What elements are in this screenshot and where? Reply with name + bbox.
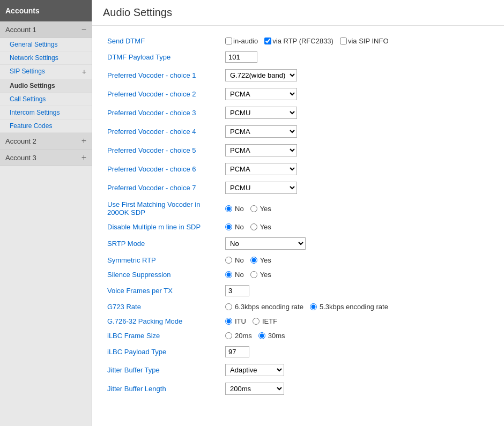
first-matching-no-option[interactable]: No	[225, 205, 244, 213]
silence-suppression-yes-option[interactable]: Yes	[250, 271, 271, 279]
g723-6-3kbps-radio[interactable]	[225, 303, 232, 310]
sidebar-account1[interactable]: Account 1 −	[0, 21, 92, 38]
dtmf-payload-value	[221, 48, 493, 66]
sidebar-item-general-settings[interactable]: General Settings	[0, 38, 92, 51]
vocoder7-value: PCMU PCMA G.722(wide band) G.729	[221, 178, 493, 197]
first-matching-no-radio[interactable]	[225, 205, 232, 212]
silence-suppression-no-radio[interactable]	[225, 271, 232, 278]
disable-m-no-option[interactable]: No	[225, 223, 244, 231]
ilbc-payload-value	[221, 343, 493, 361]
sidebar-account2-expand-icon: +	[81, 136, 86, 146]
symmetric-rtp-no-radio[interactable]	[225, 257, 232, 264]
disable-m-yes-radio[interactable]	[250, 223, 257, 230]
vocoder3-label: Preferred Vocoder - choice 3	[103, 103, 221, 122]
dtmf-in-audio-checkbox[interactable]	[225, 38, 232, 44]
g723-5-3kbps-radio[interactable]	[310, 303, 317, 310]
sidebar-item-network-settings[interactable]: Network Settings	[0, 51, 92, 65]
symmetric-rtp-value: No Yes	[221, 253, 493, 267]
ilbc-payload-label: iLBC Payload Type	[103, 343, 221, 361]
page-title: Audio Settings	[92, 0, 504, 26]
silence-suppression-row: Silence Suppression No Yes	[103, 267, 493, 282]
vocoder6-row: Preferred Vocoder - choice 6 PCMA PCMU G…	[103, 160, 493, 178]
ilbc-payload-input[interactable]	[225, 346, 249, 357]
vocoder4-select[interactable]: PCMA PCMU G.722(wide band) G.729	[225, 125, 297, 138]
jitter-buffer-length-select[interactable]: 50ms 100ms 150ms 200ms 250ms 300ms	[225, 383, 284, 395]
g723-6-3kbps-option[interactable]: 6.3kbps encoding rate	[225, 303, 303, 311]
dtmf-sip-checkbox[interactable]	[340, 38, 347, 44]
symmetric-rtp-yes-option[interactable]: Yes	[250, 256, 271, 264]
jitter-buffer-type-select[interactable]: Adaptive Fixed	[225, 364, 284, 376]
g726-ietf-option[interactable]: IETF	[253, 317, 277, 325]
jitter-buffer-type-row: Jitter Buffer Type Adaptive Fixed	[103, 361, 493, 379]
dtmf-payload-row: DTMF Payload Type	[103, 48, 493, 66]
disable-m-yes-option[interactable]: Yes	[250, 223, 271, 231]
ilbc-20ms-radio[interactable]	[225, 332, 232, 339]
vocoder1-label: Preferred Vocoder - choice 1	[103, 66, 221, 85]
disable-m-no-radio[interactable]	[225, 223, 232, 230]
voice-frames-value	[221, 282, 493, 300]
sidebar-account2[interactable]: Account 2 +	[0, 133, 92, 150]
symmetric-rtp-label: Symmetric RTP	[103, 253, 221, 267]
ilbc-frame-size-value: 20ms 30ms	[221, 328, 493, 343]
sidebar-account3[interactable]: Account 3 +	[0, 150, 92, 166]
ilbc-payload-row: iLBC Payload Type	[103, 343, 493, 361]
vocoder1-row: Preferred Vocoder - choice 1 G.722(wide …	[103, 66, 493, 85]
vocoder5-select[interactable]: PCMA PCMU G.722(wide band) G.729	[225, 144, 297, 156]
vocoder7-label: Preferred Vocoder - choice 7	[103, 178, 221, 197]
sidebar-item-intercom-settings[interactable]: Intercom Settings	[0, 106, 92, 119]
sidebar-item-audio-settings[interactable]: Audio Settings	[0, 79, 92, 93]
vocoder6-label: Preferred Vocoder - choice 6	[103, 160, 221, 178]
symmetric-rtp-no-option[interactable]: No	[225, 256, 244, 264]
jitter-buffer-length-value: 50ms 100ms 150ms 200ms 250ms 300ms	[221, 379, 493, 398]
vocoder7-row: Preferred Vocoder - choice 7 PCMU PCMA G…	[103, 178, 493, 197]
dtmf-sip-option[interactable]: via SIP INFO	[340, 37, 389, 45]
vocoder6-select[interactable]: PCMA PCMU G.722(wide band) G.729	[225, 163, 297, 175]
silence-suppression-yes-radio[interactable]	[250, 271, 257, 278]
vocoder5-value: PCMA PCMU G.722(wide band) G.729	[221, 141, 493, 160]
symmetric-rtp-yes-radio[interactable]	[250, 257, 257, 264]
vocoder2-label: Preferred Vocoder - choice 2	[103, 85, 221, 103]
srtp-mode-value: No Prefer Require	[221, 234, 493, 253]
dtmf-rtp-checkbox[interactable]	[264, 38, 271, 44]
first-matching-yes-option[interactable]: Yes	[250, 205, 271, 213]
g726-itu-radio[interactable]	[225, 318, 232, 325]
send-dtmf-label: Send DTMF	[103, 34, 221, 48]
sidebar-account2-label: Account 2	[5, 137, 36, 145]
vocoder1-value: G.722(wide band) PCMA PCMU G.729	[221, 66, 493, 85]
dtmf-rtp-option[interactable]: via RTP (RFC2833)	[264, 37, 333, 45]
first-matching-yes-radio[interactable]	[250, 205, 257, 212]
voice-frames-input[interactable]	[225, 285, 249, 296]
send-dtmf-row: Send DTMF in-audio via RTP (RFC2833) via…	[103, 34, 493, 48]
sidebar-item-sip-settings[interactable]: SIP Settings +	[0, 65, 92, 79]
srtp-mode-select[interactable]: No Prefer Require	[225, 237, 306, 250]
jitter-buffer-type-value: Adaptive Fixed	[221, 361, 493, 379]
ilbc-30ms-option[interactable]: 30ms	[258, 332, 285, 340]
vocoder2-row: Preferred Vocoder - choice 2 PCMA PCMU G…	[103, 85, 493, 103]
g723-rate-row: G723 Rate 6.3kbps encoding rate 5.3kbps …	[103, 300, 493, 314]
dtmf-payload-input[interactable]	[225, 51, 257, 63]
g726-ietf-radio[interactable]	[253, 318, 260, 325]
ilbc-30ms-radio[interactable]	[258, 332, 265, 339]
sidebar-item-call-settings[interactable]: Call Settings	[0, 93, 92, 106]
main-content: Audio Settings Send DTMF in-audio via RT…	[92, 0, 504, 426]
sip-settings-plus-icon: +	[82, 68, 86, 76]
symmetric-rtp-row: Symmetric RTP No Yes	[103, 253, 493, 267]
dtmf-in-audio-option[interactable]: in-audio	[225, 37, 258, 45]
vocoder1-select[interactable]: G.722(wide band) PCMA PCMU G.729	[225, 69, 297, 81]
g726-itu-option[interactable]: ITU	[225, 317, 246, 325]
vocoder3-select[interactable]: PCMU PCMA G.722(wide band) G.729	[225, 107, 297, 119]
silence-suppression-no-option[interactable]: No	[225, 271, 244, 279]
settings-table: Send DTMF in-audio via RTP (RFC2833) via…	[103, 34, 493, 398]
srtp-mode-label: SRTP Mode	[103, 234, 221, 253]
sidebar-item-feature-codes[interactable]: Feature Codes	[0, 119, 92, 133]
use-first-matching-label: Use First Matching Vocoder in 200OK SDP	[103, 197, 221, 220]
g723-rate-label: G723 Rate	[103, 300, 221, 314]
ilbc-20ms-option[interactable]: 20ms	[225, 332, 252, 340]
sidebar-account3-expand-icon: +	[81, 153, 86, 162]
vocoder2-select[interactable]: PCMA PCMU G.722(wide band) G.729	[225, 88, 297, 100]
disable-multiple-m-label: Disable Multiple m line in SDP	[103, 220, 221, 234]
vocoder7-select[interactable]: PCMU PCMA G.722(wide band) G.729	[225, 182, 297, 194]
g726-packing-row: G.726-32 Packing Mode ITU IETF	[103, 314, 493, 328]
silence-suppression-label: Silence Suppression	[103, 267, 221, 282]
g723-5-3kbps-option[interactable]: 5.3kbps encoding rate	[310, 303, 388, 311]
